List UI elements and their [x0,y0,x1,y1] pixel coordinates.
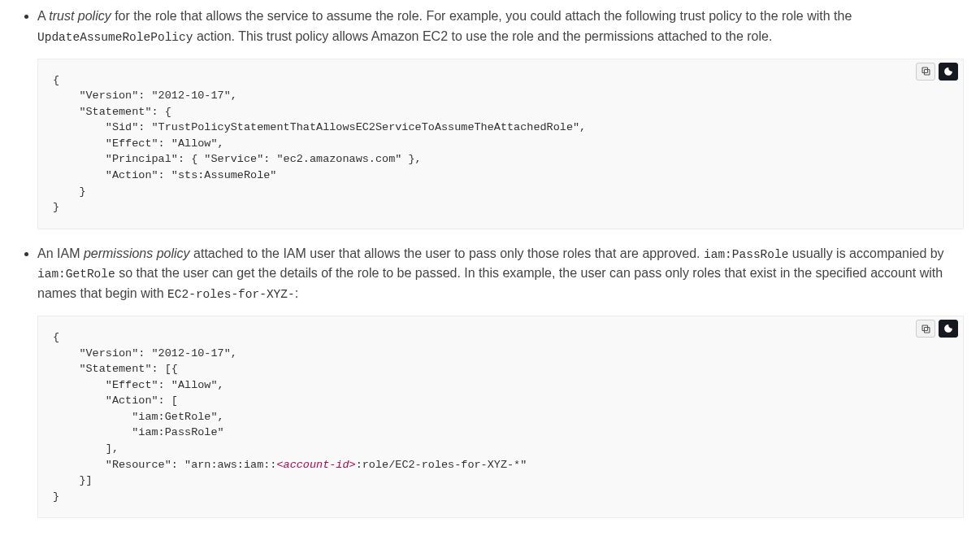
dark-mode-button[interactable] [939,63,958,81]
copy-button[interactable] [916,320,935,338]
code-content-permissions-policy: { "Version": "2012-10-17", "Statement": … [38,316,963,517]
bullet2-text: An IAM permissions policy attached to th… [37,246,944,301]
svg-rect-2 [924,327,930,333]
bullet1-code1: UpdateAssumeRolePolicy [37,31,193,44]
dark-mode-icon [943,324,953,333]
code-block-permissions-policy: { "Version": "2012-10-17", "Statement": … [37,316,964,518]
copy-icon [921,66,931,76]
code-block-trust-policy: { "Version": "2012-10-17", "Statement": … [37,59,964,229]
bullet2-segment2: attached to the IAM user that allows the… [190,246,704,260]
bullet2-segment3: usually is accompanied by [788,246,943,260]
bullet1-segment2: action. This trust policy allows Amazon … [193,29,772,43]
bullet2-emphasis: permissions policy [84,246,190,260]
instruction-list: A trust policy for the role that allows … [16,7,964,518]
code-content-trust-policy: { "Version": "2012-10-17", "Statement": … [38,59,963,229]
list-item-trust-policy: A trust policy for the role that allows … [37,7,964,229]
code-toolbar [916,63,958,81]
svg-rect-3 [922,325,928,331]
code2-pre: { "Version": "2012-10-17", "Statement": … [53,331,276,471]
bullet1-text: A trust policy for the role that allows … [37,9,852,43]
code-toolbar [916,320,958,338]
bullet1-prefix: A [37,9,49,23]
bullet2-code1: iam:PassRole [704,248,788,261]
bullet2-segment5: : [295,286,298,300]
svg-rect-1 [922,68,928,73]
bullet1-emphasis: trust policy [49,9,111,23]
bullet2-code3: EC2-roles-for-XYZ- [167,288,295,301]
dark-mode-icon [943,67,953,76]
bullet1-segment1: for the role that allows the service to … [111,9,852,23]
list-item-permissions-policy: An IAM permissions policy attached to th… [37,244,964,519]
code2-replaceable: <account-id> [276,459,355,471]
copy-icon [921,324,931,334]
bullet2-segment1: An IAM [37,246,84,260]
dark-mode-button[interactable] [939,320,958,338]
svg-rect-0 [924,70,930,76]
document-page: A trust policy for the role that allows … [0,0,980,536]
copy-button[interactable] [916,63,935,81]
bullet2-code2: iam:GetRole [37,268,115,281]
